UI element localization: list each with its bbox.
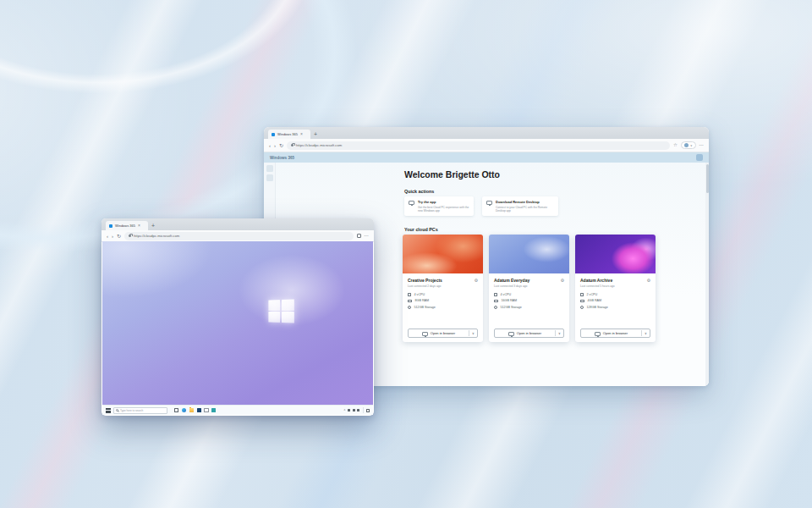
monitor-icon bbox=[595, 332, 601, 336]
quick-actions-heading: Quick actions bbox=[404, 189, 434, 194]
forward-icon[interactable]: › bbox=[274, 143, 276, 148]
spec-storage: 512GB Storage bbox=[414, 306, 436, 309]
portal-tab-strip: Windows 365 × + bbox=[264, 127, 709, 139]
tab-favicon-icon bbox=[109, 224, 112, 228]
open-button-label: Open in browser bbox=[517, 331, 541, 335]
tab-title: Windows 365 bbox=[277, 132, 298, 136]
volume-icon[interactable] bbox=[353, 409, 355, 411]
browser-menu-icon[interactable]: ⋯ bbox=[365, 234, 370, 239]
gear-icon[interactable]: ⚙ bbox=[475, 279, 478, 283]
ram-icon bbox=[580, 300, 584, 302]
quick-action-description: Connect to your Cloud PC with the Remote… bbox=[496, 206, 554, 213]
refresh-icon[interactable]: ↻ bbox=[117, 234, 121, 239]
taskbar-search-input[interactable]: Type here to search bbox=[113, 407, 167, 414]
action-center-icon[interactable] bbox=[366, 409, 370, 412]
open-button-label: Open in browser bbox=[431, 331, 455, 335]
cloud-pc-browser-window: Windows 365 × + ‹ › ↻ https://cloudpc.mi… bbox=[102, 218, 374, 416]
file-explorer-icon[interactable] bbox=[189, 408, 195, 412]
fullscreen-icon[interactable] bbox=[357, 234, 361, 238]
microsoft-store-icon[interactable] bbox=[197, 408, 201, 412]
session-browser-tab[interactable]: Windows 365 × bbox=[106, 221, 148, 230]
open-button-label: Open in browser bbox=[603, 331, 628, 335]
monitor-icon bbox=[422, 332, 428, 336]
windows-taskbar: Type here to search ∧ bbox=[102, 405, 373, 415]
search-icon bbox=[116, 409, 118, 411]
windows365-app-header: Windows 365 bbox=[264, 152, 709, 163]
ram-icon bbox=[494, 300, 498, 302]
tray-expand-icon[interactable]: ∧ bbox=[343, 409, 345, 411]
new-tab-button[interactable]: + bbox=[314, 130, 317, 139]
open-in-browser-button[interactable]: Open in browser bbox=[581, 331, 641, 336]
spec-storage: 512GB Storage bbox=[501, 306, 522, 309]
task-view-icon[interactable] bbox=[174, 408, 178, 412]
spec-cpu: 4 vCPU bbox=[501, 293, 512, 296]
windows-logo bbox=[269, 300, 294, 323]
cloud-pc-card-adatum-everyday: Adatum Everyday ⚙ Last connected 3 days … bbox=[489, 235, 569, 342]
spec-cpu: 2 vCPU bbox=[587, 293, 598, 296]
spec-cpu: 4 vCPU bbox=[414, 293, 425, 296]
last-connected-text: Last connected 2 days ago bbox=[408, 284, 478, 288]
cpu-icon bbox=[580, 293, 584, 296]
nav-devices-icon[interactable] bbox=[266, 174, 273, 181]
battery-icon[interactable] bbox=[357, 409, 359, 411]
monitor-icon bbox=[486, 201, 492, 205]
cloud-pc-name: Adatum Everyday bbox=[494, 278, 529, 283]
cloud-pc-thumbnail bbox=[403, 235, 483, 273]
url-text: https://cloudpc.microsoft.com bbox=[134, 234, 179, 238]
system-tray: ∧ bbox=[343, 407, 370, 413]
spec-ram: 8GB RAM bbox=[415, 299, 430, 302]
quick-action-card-try-app[interactable]: Try the app Get the best Cloud PC experi… bbox=[404, 196, 474, 216]
gear-icon[interactable]: ⚙ bbox=[561, 279, 564, 283]
cloud-pc-name: Creative Projects bbox=[408, 278, 442, 283]
monitor-icon bbox=[508, 332, 514, 336]
open-in-browser-button[interactable]: Open in browser bbox=[409, 331, 469, 336]
cloud-pc-name: Adatum Archive bbox=[580, 278, 612, 283]
windows-desktop-wallpaper bbox=[102, 241, 373, 405]
browser-profile-button[interactable]: ∨ bbox=[681, 141, 696, 149]
cloud-pc-card-creative-projects: Creative Projects ⚙ Last connected 2 day… bbox=[403, 235, 483, 342]
mail-icon[interactable] bbox=[204, 408, 209, 412]
portal-browser-toolbar: ‹ › ↻ https://cloudpc.microsoft.com ☆ ∨ … bbox=[264, 139, 709, 152]
scrollbar-thumb[interactable] bbox=[706, 164, 709, 193]
open-options-chevron-icon[interactable]: ∨ bbox=[556, 331, 563, 335]
profile-avatar bbox=[684, 143, 689, 147]
close-tab-icon[interactable]: × bbox=[300, 132, 303, 136]
spec-ram: 4GB RAM bbox=[588, 299, 602, 302]
session-browser-toolbar: ‹ › ↻ https://cloudpc.microsoft.com ⋯ bbox=[102, 230, 374, 242]
address-bar[interactable]: https://cloudpc.microsoft.com bbox=[287, 141, 670, 150]
nav-home-icon[interactable] bbox=[266, 165, 273, 172]
chevron-down-icon: ∨ bbox=[690, 144, 693, 147]
network-icon[interactable] bbox=[348, 409, 350, 411]
cpu-icon bbox=[408, 293, 411, 296]
forward-icon[interactable]: › bbox=[112, 234, 113, 239]
open-in-browser-split-button: Open in browser ∨ bbox=[494, 329, 564, 338]
tab-favicon-icon bbox=[272, 133, 275, 136]
cloud-pc-thumbnail bbox=[489, 235, 569, 273]
open-options-chevron-icon[interactable]: ∨ bbox=[469, 331, 477, 335]
back-icon[interactable]: ‹ bbox=[269, 143, 271, 148]
start-button-icon[interactable] bbox=[106, 408, 111, 413]
page-title: Welcome Brigette Otto bbox=[404, 169, 500, 179]
close-tab-icon[interactable]: × bbox=[138, 224, 140, 228]
lock-icon bbox=[291, 144, 294, 146]
storage-icon bbox=[408, 306, 411, 309]
spec-storage: 128GB Storage bbox=[587, 306, 608, 309]
edge-browser-icon[interactable] bbox=[182, 408, 187, 413]
address-bar[interactable]: https://cloudpc.microsoft.com bbox=[124, 232, 353, 240]
quick-action-title: Try the app bbox=[418, 200, 469, 204]
photos-icon[interactable] bbox=[211, 408, 216, 412]
cloud-pc-card-adatum-archive: Adatum Archive ⚙ Last connected 5 hours … bbox=[575, 235, 656, 342]
favorites-star-icon[interactable]: ☆ bbox=[673, 143, 678, 148]
ram-icon bbox=[408, 300, 412, 302]
open-options-chevron-icon[interactable]: ∨ bbox=[642, 331, 650, 335]
open-in-browser-button[interactable]: Open in browser bbox=[495, 331, 555, 336]
portal-browser-tab[interactable]: Windows 365 × bbox=[268, 130, 310, 139]
account-avatar[interactable] bbox=[696, 154, 703, 161]
back-icon[interactable]: ‹ bbox=[107, 234, 108, 239]
gear-icon[interactable]: ⚙ bbox=[647, 279, 650, 283]
browser-menu-icon[interactable]: ⋯ bbox=[700, 143, 705, 148]
scrollbar[interactable] bbox=[705, 163, 709, 386]
refresh-icon[interactable]: ↻ bbox=[279, 143, 283, 148]
quick-action-card-remote-desktop[interactable]: Download Remote Desktop Connect to your … bbox=[482, 196, 558, 216]
new-tab-button[interactable]: + bbox=[151, 222, 155, 230]
